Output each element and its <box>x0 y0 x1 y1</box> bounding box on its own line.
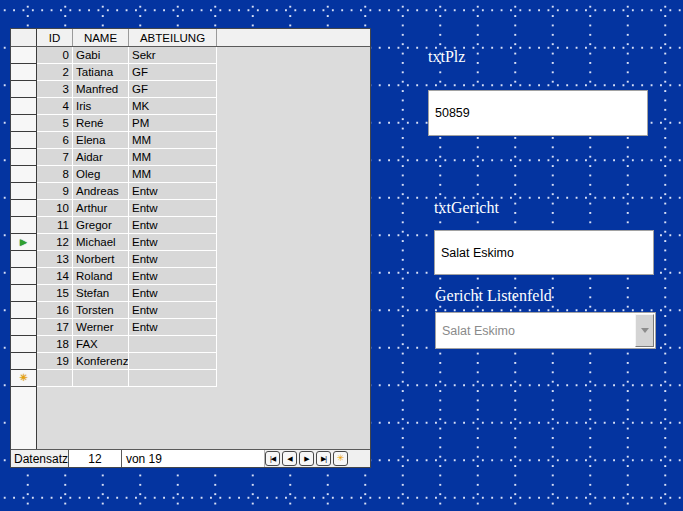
cell-name[interactable]: Arthur <box>73 200 129 217</box>
cell-name[interactable]: Norbert <box>73 251 129 268</box>
cell-id[interactable]: 13 <box>37 251 73 268</box>
cell-abteilung[interactable]: MK <box>129 98 217 115</box>
table-row[interactable]: 7AidarMM <box>11 149 370 166</box>
table-row[interactable]: 18FAX <box>11 336 370 353</box>
table-row[interactable]: 9AndreasEntw <box>11 183 370 200</box>
row-selector[interactable] <box>11 183 37 200</box>
cell-abteilung[interactable]: Entw <box>129 251 217 268</box>
cell-abteilung[interactable]: MM <box>129 149 217 166</box>
cell-name[interactable]: Manfred <box>73 81 129 98</box>
cell-id[interactable]: 10 <box>37 200 73 217</box>
table-row[interactable]: ▶12MichaelEntw <box>11 234 370 251</box>
cell-name[interactable]: René <box>73 115 129 132</box>
cell-id[interactable]: 5 <box>37 115 73 132</box>
cell-name[interactable]: Michael <box>73 234 129 251</box>
cell-name[interactable]: Roland <box>73 268 129 285</box>
cell-name[interactable]: FAX <box>73 336 129 353</box>
cell-id[interactable]: 17 <box>37 319 73 336</box>
row-selector[interactable] <box>11 353 37 370</box>
cell-name[interactable]: Elena <box>73 132 129 149</box>
new-record-button[interactable]: ✳ <box>333 451 348 466</box>
cell-name[interactable]: Stefan <box>73 285 129 302</box>
first-record-button[interactable]: |◀ <box>265 451 280 466</box>
cell-id[interactable]: 16 <box>37 302 73 319</box>
row-selector[interactable]: ✳ <box>11 370 37 387</box>
cell-abteilung[interactable]: Entw <box>129 183 217 200</box>
row-selector[interactable] <box>11 319 37 336</box>
column-header-abteilung[interactable]: ABTEILUNG <box>129 29 217 46</box>
table-row[interactable]: 16TorstenEntw <box>11 302 370 319</box>
row-selector[interactable] <box>11 200 37 217</box>
cell-id[interactable]: 3 <box>37 81 73 98</box>
table-row[interactable]: 17WernerEntw <box>11 319 370 336</box>
table-row[interactable]: 0GabiSekr <box>11 47 370 64</box>
cell-id[interactable]: 9 <box>37 183 73 200</box>
cell-name[interactable]: Tatiana <box>73 64 129 81</box>
cell-id[interactable]: 19 <box>37 353 73 370</box>
cell-abteilung[interactable]: Entw <box>129 319 217 336</box>
table-row[interactable]: 3ManfredGF <box>11 81 370 98</box>
row-selector[interactable] <box>11 115 37 132</box>
cell-abteilung[interactable]: MM <box>129 166 217 183</box>
cell-abteilung[interactable]: Entw <box>129 285 217 302</box>
cell-abteilung[interactable] <box>129 336 217 353</box>
next-record-button[interactable]: ▶ <box>299 451 314 466</box>
cell-abteilung[interactable]: GF <box>129 64 217 81</box>
row-selector[interactable] <box>11 285 37 302</box>
column-header-id[interactable]: ID <box>37 29 73 46</box>
cell-abteilung[interactable]: Entw <box>129 302 217 319</box>
row-selector[interactable] <box>11 64 37 81</box>
dropdown-button[interactable] <box>635 314 654 347</box>
row-selector[interactable] <box>11 98 37 115</box>
cell-abteilung[interactable]: Entw <box>129 217 217 234</box>
table-row[interactable]: 4IrisMK <box>11 98 370 115</box>
row-selector[interactable] <box>11 336 37 353</box>
cell-name[interactable]: Andreas <box>73 183 129 200</box>
row-selector[interactable] <box>11 268 37 285</box>
gericht-listbox[interactable]: Salat Eskimo <box>435 312 656 349</box>
cell-id[interactable]: 4 <box>37 98 73 115</box>
plz-text-field[interactable]: 50859 <box>428 90 648 136</box>
cell-abteilung[interactable]: PM <box>129 115 217 132</box>
gericht-text-field[interactable]: Salat Eskimo <box>434 230 654 275</box>
cell-name[interactable]: Iris <box>73 98 129 115</box>
cell-id[interactable]: 0 <box>37 47 73 64</box>
table-row[interactable]: 8OlegMM <box>11 166 370 183</box>
data-grid-control[interactable]: ID NAME ABTEILUNG 0GabiSekr2TatianaGF3Ma… <box>10 28 371 468</box>
row-selector[interactable] <box>11 47 37 64</box>
cell-abteilung[interactable]: Sekr <box>129 47 217 64</box>
grid-corner-cell[interactable] <box>11 29 37 46</box>
cell-abteilung[interactable]: Entw <box>129 268 217 285</box>
empty-cell[interactable] <box>37 370 73 387</box>
cell-id[interactable]: 14 <box>37 268 73 285</box>
table-row[interactable]: 10ArthurEntw <box>11 200 370 217</box>
cell-name[interactable]: Konferenz <box>73 353 129 370</box>
cell-id[interactable]: 11 <box>37 217 73 234</box>
cell-name[interactable]: Gregor <box>73 217 129 234</box>
cell-abteilung[interactable]: Entw <box>129 200 217 217</box>
last-record-button[interactable]: ▶| <box>316 451 331 466</box>
cell-name[interactable]: Werner <box>73 319 129 336</box>
cell-id[interactable]: 12 <box>37 234 73 251</box>
cell-name[interactable]: Aidar <box>73 149 129 166</box>
row-selector[interactable] <box>11 166 37 183</box>
row-selector[interactable] <box>11 132 37 149</box>
row-selector[interactable] <box>11 149 37 166</box>
row-selector[interactable] <box>11 251 37 268</box>
table-row[interactable]: 14RolandEntw <box>11 268 370 285</box>
cell-id[interactable]: 15 <box>37 285 73 302</box>
column-header-name[interactable]: NAME <box>73 29 129 46</box>
record-number-input[interactable]: 12 <box>69 450 122 467</box>
cell-abteilung[interactable] <box>129 353 217 370</box>
cell-id[interactable]: 18 <box>37 336 73 353</box>
table-row[interactable]: 15StefanEntw <box>11 285 370 302</box>
cell-abteilung[interactable]: MM <box>129 132 217 149</box>
cell-abteilung[interactable]: Entw <box>129 234 217 251</box>
table-row[interactable]: 19Konferenz <box>11 353 370 370</box>
table-row[interactable]: 13NorbertEntw <box>11 251 370 268</box>
empty-cell[interactable] <box>129 370 217 387</box>
cell-abteilung[interactable]: GF <box>129 81 217 98</box>
empty-cell[interactable] <box>73 370 129 387</box>
cell-name[interactable]: Torsten <box>73 302 129 319</box>
cell-id[interactable]: 2 <box>37 64 73 81</box>
